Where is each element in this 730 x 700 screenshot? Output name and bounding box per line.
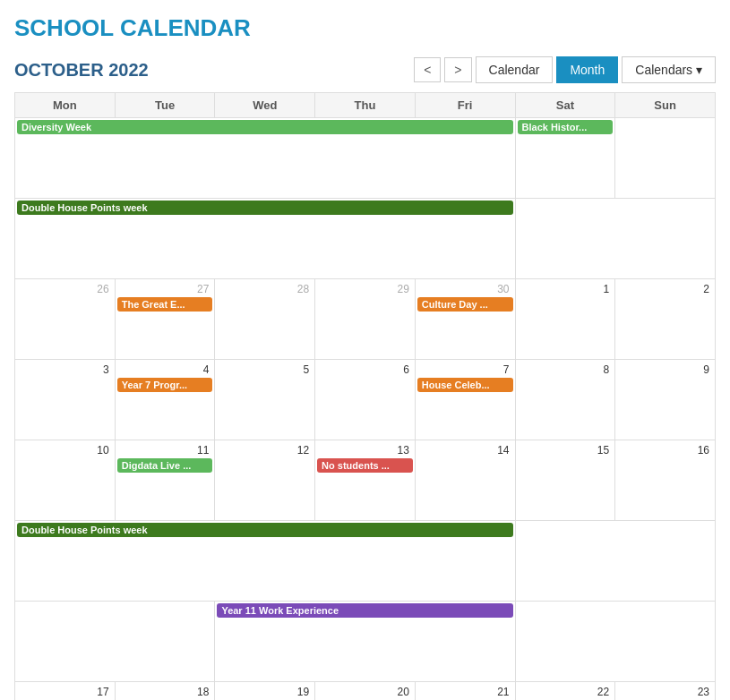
day-number: 9 <box>617 362 713 378</box>
spanning-event[interactable]: Black Histor... <box>518 120 614 134</box>
calendar-cell[interactable]: 8 <box>515 360 615 440</box>
calendar-cell[interactable]: 12 <box>215 440 315 521</box>
spanning-event-row: Year 11 Work Experience <box>15 602 716 682</box>
calendar-cell[interactable]: 17 <box>15 682 116 701</box>
calendar-week-row: 1718192021Wear it Pink ...2223 <box>15 682 716 701</box>
day-number: 12 <box>217 442 313 458</box>
day-number: 19 <box>217 684 313 700</box>
weekday-tue: Tue <box>115 93 215 118</box>
calendar-cell[interactable]: 13No students ... <box>315 440 416 521</box>
page-title: SCHOOL CALENDAR <box>14 14 716 42</box>
calendar-cell[interactable]: 18 <box>115 682 215 701</box>
calendar-event[interactable]: House Celeb... <box>417 378 513 392</box>
weekday-fri: Fri <box>415 93 515 118</box>
spanning-event[interactable]: Diversity Week <box>17 120 513 134</box>
calendar-event[interactable]: The Great E... <box>117 297 213 312</box>
calendar-table: MonTueWedThuFriSatSun Diversity WeekBlac… <box>14 92 716 700</box>
calendar-cell[interactable]: 4Year 7 Progr... <box>115 360 215 440</box>
spanning-event-row: Double House Points week <box>15 199 716 279</box>
spanning-event-row: Double House Points week <box>15 521 716 602</box>
day-number: 8 <box>518 362 614 378</box>
calendar-cell[interactable]: 14 <box>415 440 515 521</box>
day-number: 18 <box>117 684 213 700</box>
calendar-week-row: 2627The Great E...282930Culture Day ...1… <box>15 279 716 360</box>
calendar-event[interactable]: Culture Day ... <box>417 297 513 312</box>
day-number: 29 <box>317 281 413 297</box>
calendar-cell[interactable]: 1 <box>515 279 615 360</box>
weekday-header-row: MonTueWedThuFriSatSun <box>15 93 716 118</box>
day-number: 27 <box>117 281 213 297</box>
day-number: 26 <box>17 281 113 297</box>
calendar-cell[interactable]: 21Wear it Pink ... <box>415 682 515 701</box>
next-button[interactable]: > <box>444 57 471 82</box>
day-number: 30 <box>417 281 513 297</box>
calendar-header: OCTOBER 2022 < > Calendar Month Calendar… <box>14 56 716 83</box>
day-number: 16 <box>617 442 713 458</box>
calendar-wrapper: MonTueWedThuFriSatSun Diversity WeekBlac… <box>14 92 716 700</box>
weekday-thu: Thu <box>315 93 416 118</box>
spanning-event[interactable]: Double House Points week <box>17 523 513 537</box>
day-number: 21 <box>417 684 513 700</box>
calendar-cell[interactable]: 26 <box>15 279 116 360</box>
day-number: 20 <box>317 684 413 700</box>
calendar-cell[interactable]: 27The Great E... <box>115 279 215 360</box>
calendar-cell[interactable]: 7House Celeb... <box>415 360 515 440</box>
day-number: 4 <box>117 362 213 378</box>
day-number: 6 <box>317 362 413 378</box>
calendar-cell[interactable]: 9 <box>615 360 716 440</box>
calendar-week-row: 34Year 7 Progr...567House Celeb...89 <box>15 360 716 440</box>
calendar-week-row: 1011Digdata Live ...1213No students ...1… <box>15 440 716 521</box>
calendar-cell[interactable]: 2 <box>615 279 716 360</box>
controls-bar: < > Calendar Month Calendars ▾ <box>414 56 716 83</box>
day-number: 22 <box>518 684 614 700</box>
day-number: 14 <box>417 442 513 458</box>
day-number: 13 <box>317 442 413 458</box>
calendar-cell[interactable]: 16 <box>615 440 716 521</box>
calendar-cell[interactable]: 23 <box>615 682 716 701</box>
calendar-cell[interactable]: 11Digdata Live ... <box>115 440 215 521</box>
calendar-cell[interactable]: 30Culture Day ... <box>415 279 515 360</box>
calendar-cell[interactable]: 6 <box>315 360 416 440</box>
day-number: 1 <box>518 281 614 297</box>
calendar-cell[interactable]: 15 <box>515 440 615 521</box>
spanning-event[interactable]: Year 11 Work Experience <box>217 603 512 618</box>
calendar-event[interactable]: No students ... <box>317 458 413 473</box>
calendar-event[interactable]: Year 7 Progr... <box>117 378 213 392</box>
calendar-cell[interactable]: 10 <box>15 440 116 521</box>
calendar-cell[interactable]: 22 <box>515 682 615 701</box>
day-number: 15 <box>518 442 614 458</box>
calendar-cell[interactable]: 3 <box>15 360 116 440</box>
calendar-tab[interactable]: Calendar <box>476 56 554 83</box>
day-number: 7 <box>417 362 513 378</box>
calendar-cell[interactable]: 5 <box>215 360 315 440</box>
weekday-sat: Sat <box>515 93 615 118</box>
calendar-cell[interactable]: 29 <box>315 279 416 360</box>
calendar-cell[interactable]: 19 <box>215 682 315 701</box>
month-tab[interactable]: Month <box>556 56 618 83</box>
day-number: 28 <box>217 281 313 297</box>
day-number: 10 <box>17 442 113 458</box>
day-number: 5 <box>217 362 313 378</box>
calendars-dropdown[interactable]: Calendars ▾ <box>622 56 716 83</box>
calendar-event[interactable]: Digdata Live ... <box>117 458 213 473</box>
day-number: 23 <box>617 684 713 700</box>
weekday-sun: Sun <box>615 93 716 118</box>
spanning-event[interactable]: Double House Points week <box>17 201 513 215</box>
calendar-cell[interactable]: 20 <box>315 682 416 701</box>
day-number: 11 <box>117 442 213 458</box>
month-label: OCTOBER 2022 <box>14 60 149 81</box>
day-number: 17 <box>17 684 113 700</box>
weekday-wed: Wed <box>215 93 315 118</box>
day-number: 3 <box>17 362 113 378</box>
calendar-cell[interactable]: 28 <box>215 279 315 360</box>
prev-button[interactable]: < <box>414 57 441 82</box>
day-number: 2 <box>617 281 713 297</box>
spanning-event-row: Diversity WeekBlack Histor... <box>15 118 716 199</box>
weekday-mon: Mon <box>15 93 116 118</box>
